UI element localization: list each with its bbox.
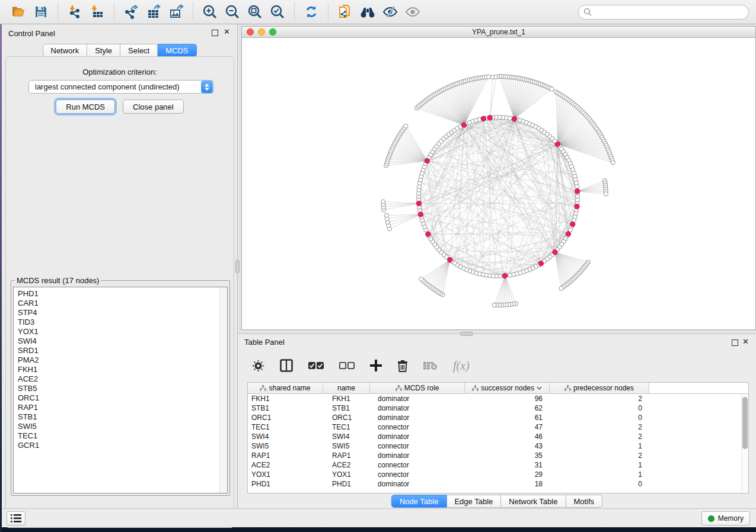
open-file-icon[interactable]	[9, 3, 27, 21]
run-mcds-button[interactable]: Run MCDS	[56, 100, 115, 114]
table-cell: 1	[550, 442, 649, 450]
settings-gear-icon[interactable]	[252, 360, 264, 372]
mcds-result-item[interactable]: SRD1	[18, 346, 227, 355]
delete-table-icon	[423, 361, 438, 370]
close-panel-button[interactable]: Close panel	[123, 100, 184, 114]
table-cell: YOX1	[248, 470, 323, 479]
tab-select[interactable]: Select	[120, 44, 158, 57]
task-history-button[interactable]	[7, 511, 25, 525]
select-all-icon[interactable]	[308, 361, 324, 370]
tab-mcds[interactable]: MCDS	[158, 44, 196, 57]
zoom-selected-icon[interactable]	[269, 3, 286, 21]
mcds-result-item[interactable]: FKH1	[18, 365, 227, 374]
close-panel-icon[interactable]: ✕	[224, 28, 230, 36]
mcds-result-item[interactable]: STP4	[18, 308, 227, 318]
table-cell: SWI5	[323, 442, 370, 450]
node-table[interactable]: shared namenameMCDS rolesuccessor nodesp…	[247, 382, 749, 493]
attribute-icon	[260, 385, 266, 391]
table-row[interactable]: ACE2ACE2connector311	[248, 460, 748, 470]
tab-network[interactable]: Network	[42, 44, 87, 57]
column-header-MCDS-role[interactable]: MCDS role	[370, 383, 465, 394]
table-row[interactable]: SWI5SWI5connector431	[248, 441, 748, 451]
zoom-in-icon[interactable]	[201, 3, 219, 21]
column-header-shared-name[interactable]: shared name	[248, 383, 323, 394]
import-network-icon[interactable]	[66, 3, 84, 21]
table-cell: 47	[465, 423, 550, 431]
table-scrollbar[interactable]	[741, 394, 748, 493]
mcds-result-item[interactable]: SWI5	[18, 422, 227, 431]
refresh-icon[interactable]	[302, 3, 320, 21]
vertical-splitter-handle[interactable]	[235, 260, 240, 273]
delete-column-icon[interactable]	[397, 360, 408, 372]
memory-status-icon	[708, 515, 714, 522]
clone-network-icon[interactable]	[336, 3, 354, 21]
column-label: successor nodes	[481, 384, 534, 392]
tab-style[interactable]: Style	[87, 44, 120, 57]
table-cell: dominator	[370, 414, 465, 422]
add-column-icon[interactable]	[370, 360, 382, 371]
save-session-icon[interactable]	[32, 3, 50, 21]
horizontal-splitter-handle[interactable]	[460, 332, 473, 336]
export-table-icon[interactable]	[145, 3, 162, 21]
mcds-result-item[interactable]: RAP1	[18, 403, 227, 412]
mcds-result-item[interactable]: PMA2	[18, 355, 227, 365]
close-table-panel-icon[interactable]: ✕	[742, 338, 749, 346]
table-row[interactable]: SWI4SWI4dominator462	[248, 432, 748, 441]
export-network-icon[interactable]	[122, 3, 140, 21]
show-eye-icon[interactable]	[404, 3, 422, 21]
mcds-result-item[interactable]: ACE2	[18, 374, 227, 384]
table-cell: ACE2	[323, 461, 370, 469]
table-scrollbar-thumb[interactable]	[742, 397, 748, 449]
toolbar-separator	[328, 3, 328, 21]
mcds-result-item[interactable]: CAR1	[18, 299, 227, 308]
zoom-out-icon[interactable]	[224, 3, 241, 21]
mcds-result-item[interactable]: STB1	[18, 412, 227, 422]
attribute-icon	[564, 385, 571, 391]
mcds-result-list[interactable]: PHD1CAR1STP4TID3YOX1SWI4SRD1PMA2FKH1ACE2…	[13, 287, 228, 493]
search-input[interactable]	[595, 8, 744, 16]
tab-edge-table[interactable]: Edge Table	[446, 495, 501, 508]
zoom-fit-icon[interactable]	[246, 3, 264, 21]
table-row[interactable]: ORC1ORC1dominator610	[248, 413, 748, 422]
mcds-result-item[interactable]: TID3	[18, 318, 227, 327]
table-panel-title: Table Panel	[244, 338, 285, 347]
search-network-icon[interactable]	[359, 3, 377, 21]
mcds-result-item[interactable]: GCR1	[18, 441, 227, 450]
unselect-all-icon[interactable]	[339, 361, 355, 370]
table-cell: FKH1	[248, 395, 323, 403]
table-row[interactable]: RAP1RAP1dominator352	[248, 451, 748, 460]
column-header-name[interactable]: name	[323, 383, 370, 394]
table-cell: SWI4	[248, 432, 323, 441]
mcds-result-item[interactable]: ORC1	[18, 393, 227, 403]
mcds-list-scrollbar[interactable]	[219, 287, 227, 493]
network-canvas[interactable]	[242, 38, 755, 329]
table-cell: RAP1	[323, 451, 370, 460]
optimization-criterion-value: largest connected component (undirected)	[29, 82, 201, 91]
float-table-panel-icon[interactable]	[732, 339, 738, 346]
tab-network-table[interactable]: Network Table	[501, 495, 566, 508]
optimization-criterion-select[interactable]: largest connected component (undirected)	[28, 80, 214, 94]
hide-eye-icon[interactable]	[381, 3, 399, 21]
table-row[interactable]: TEC1TEC1connector472	[248, 422, 748, 432]
mcds-panel: Optimization criterion: largest connecte…	[5, 56, 234, 528]
mcds-result-item[interactable]: STB5	[18, 384, 227, 393]
table-row[interactable]: FKH1FKH1dominator962	[248, 394, 748, 403]
table-row[interactable]: STB1STB1dominator620	[248, 403, 748, 413]
mcds-result-item[interactable]: PHD1	[18, 289, 227, 299]
table-row[interactable]: YOX1YOX1connector291	[248, 470, 748, 479]
tab-motifs[interactable]: Motifs	[566, 495, 602, 508]
network-search-field[interactable]	[578, 5, 749, 20]
column-header-successor-nodes[interactable]: successor nodes	[465, 383, 550, 394]
mcds-result-item[interactable]: YOX1	[18, 327, 227, 336]
show-columns-icon[interactable]	[280, 359, 293, 372]
export-image-icon[interactable]	[167, 3, 185, 21]
memory-button[interactable]: Memory	[701, 511, 750, 525]
float-panel-icon[interactable]	[212, 30, 218, 36]
table-row[interactable]: PHD1PHD1dominator180	[248, 479, 748, 489]
network-window-titlebar[interactable]: YPA_prune.txt_1	[242, 27, 755, 38]
tab-node-table[interactable]: Node Table	[391, 495, 447, 508]
column-header-predecessor-nodes[interactable]: predecessor nodes	[550, 383, 649, 394]
import-table-icon[interactable]	[88, 3, 106, 21]
mcds-result-item[interactable]: SWI4	[18, 336, 227, 346]
mcds-result-item[interactable]: TEC1	[18, 431, 227, 441]
